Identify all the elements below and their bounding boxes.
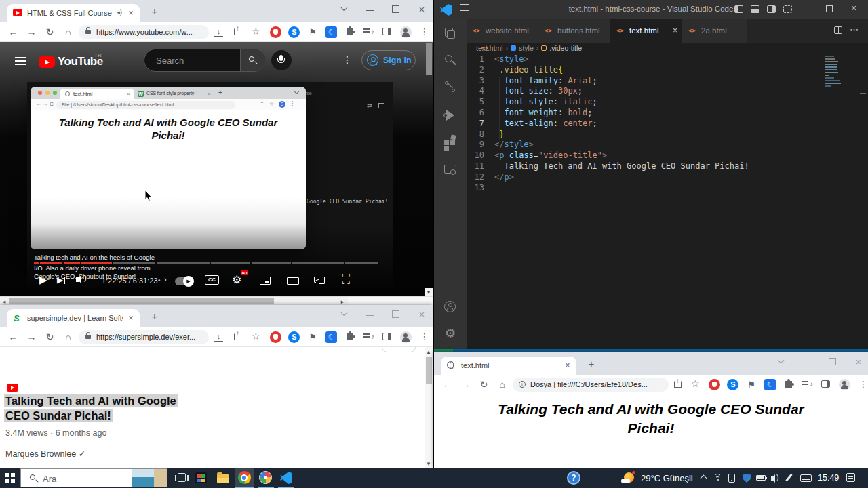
split-editor-icon[interactable] (834, 26, 842, 34)
new-tab-button[interactable] (149, 6, 160, 17)
chrome-taskbar-button[interactable] (235, 468, 254, 488)
code-line[interactable]: 12</p> (467, 172, 868, 183)
volume-icon[interactable] (771, 474, 782, 483)
new-tab-button[interactable] (149, 311, 160, 322)
mic-button[interactable] (271, 50, 292, 70)
minimap[interactable] (825, 56, 842, 94)
minimize-button[interactable] (800, 9, 808, 9)
captions-button[interactable]: CC (205, 275, 219, 285)
mac-tab-inactive[interactable]: W CSS font-style property × (135, 89, 214, 99)
progress-segment[interactable] (345, 262, 378, 264)
file-explorer-icon[interactable] (217, 474, 229, 483)
weather-text[interactable]: 29°C Güneşli (641, 473, 693, 483)
flag-extension-icon[interactable] (307, 26, 319, 38)
address-bar[interactable]: https://www.youtube.com/w... (79, 25, 209, 39)
progress-segment-played[interactable] (64, 262, 80, 264)
side-panel-icon[interactable] (382, 333, 391, 340)
maximize-button[interactable] (826, 5, 833, 12)
code-line[interactable]: 3 font-family: Arial; (467, 76, 868, 87)
reload-button[interactable] (477, 378, 490, 391)
settings-gear-icon[interactable]: ⚙ (232, 273, 241, 286)
shazam-extension-icon[interactable] (288, 331, 300, 343)
chapter-chevron-icon[interactable]: › (164, 275, 167, 283)
tab-close-icon[interactable]: × (126, 314, 136, 323)
search-box[interactable]: Search (144, 49, 266, 72)
tab-website-html[interactable]: website.html (467, 19, 538, 43)
forward-button[interactable] (459, 378, 472, 391)
home-button[interactable] (62, 26, 75, 39)
media-controls-icon[interactable] (363, 26, 374, 38)
next-button[interactable]: ▶ (57, 275, 63, 285)
back-button[interactable] (441, 378, 454, 391)
extensions-icon[interactable] (442, 134, 458, 150)
breadcrumb-style[interactable]: style (519, 44, 534, 52)
customize-layout-icon[interactable] (783, 5, 792, 13)
code-line[interactable]: 11 Talking Tech and AI with Google CEO S… (467, 161, 868, 172)
mac-star-icon[interactable]: ☆ (269, 101, 274, 107)
start-button[interactable] (5, 473, 15, 483)
home-button[interactable] (62, 331, 75, 344)
progress-segment[interactable] (252, 262, 291, 264)
extensions-puzzle-icon[interactable] (347, 28, 353, 35)
volume-icon[interactable] (76, 274, 92, 285)
toggle-panel-icon[interactable] (751, 5, 760, 13)
code-line[interactable]: 2 .video-title{ (467, 65, 868, 76)
profile-avatar-icon[interactable] (400, 331, 412, 343)
signin-button[interactable]: Sign in (361, 50, 416, 70)
share-icon[interactable] (674, 381, 682, 388)
source-control-icon[interactable] (442, 80, 458, 96)
code-editor[interactable]: 1<style>2 .video-title{3 font-family: Ar… (467, 54, 868, 349)
search-daily-image[interactable] (132, 469, 167, 487)
maximize-button[interactable] (825, 355, 841, 369)
scroll-left-button[interactable]: ◂ (1, 298, 7, 305)
editor-more-actions-icon[interactable]: ⋯ (850, 24, 859, 35)
lock-icon[interactable] (85, 30, 91, 34)
tab-close-icon[interactable]: × (563, 361, 572, 371)
code-line[interactable]: 10<p class="video-title"> (467, 150, 868, 161)
mac-profile-avatar[interactable]: S (279, 101, 285, 108)
browser-menu-icon[interactable] (418, 331, 430, 343)
adblock-extension-icon[interactable] (270, 26, 281, 38)
scroll-right-button[interactable]: ▸ (339, 298, 346, 305)
play-button[interactable]: ▶ (39, 274, 47, 286)
lock-icon[interactable] (85, 335, 91, 339)
wifi-icon[interactable] (713, 474, 723, 482)
tab-search-icon[interactable] (336, 3, 353, 16)
taskbar-search-box[interactable]: Ara (20, 468, 167, 487)
mac-share-icon[interactable]: ⌃ (260, 101, 264, 107)
mac-tab-active[interactable]: text.html × (60, 89, 134, 99)
bookmark-star-icon[interactable] (252, 331, 260, 342)
page-info-icon[interactable] (519, 381, 526, 388)
mac-tab1-close-icon[interactable]: × (127, 91, 130, 97)
hamburger-menu-icon[interactable] (15, 57, 26, 65)
code-line[interactable]: 4 font-size: 30px; (467, 86, 868, 97)
back-button[interactable] (7, 331, 20, 344)
close-button[interactable]: × (850, 355, 867, 369)
miniplayer-button[interactable] (260, 277, 271, 285)
shazam-extension-icon[interactable] (288, 26, 300, 38)
code-line[interactable]: 6 font-weight: bold; (467, 108, 868, 119)
browser-tab-supersimple[interactable]: S supersimple.dev | Learn Software × (7, 309, 140, 327)
header-menu-icon[interactable]: ⋮ (342, 54, 352, 65)
code-line[interactable]: 5 font-style: italic; (467, 97, 868, 108)
back-button[interactable] (7, 26, 20, 39)
code-line[interactable]: 13 (467, 183, 868, 194)
microsoft-store-icon[interactable] (195, 472, 207, 483)
scroll-down-button[interactable]: ▾ (425, 288, 433, 296)
download-icon[interactable] (214, 333, 223, 342)
share-icon[interactable] (234, 28, 241, 35)
close-button[interactable]: × (851, 3, 856, 14)
minimize-button[interactable] (362, 308, 378, 321)
progress-segment[interactable] (292, 262, 344, 264)
account-icon[interactable] (442, 299, 458, 315)
your-phone-icon[interactable] (728, 474, 735, 483)
settings-gear-icon[interactable] (442, 325, 458, 342)
help-app-icon[interactable]: ? (567, 471, 580, 485)
breadcrumb[interactable]: text.html›style›.video-title (467, 43, 868, 54)
tab-audio-icon[interactable]: ◂) (117, 9, 122, 16)
scroll-up-button[interactable]: ▴ (425, 348, 432, 355)
browser-tab-youtube[interactable]: HTML & CSS Full Course - Be ◂) × (7, 4, 140, 22)
minimize-button[interactable] (362, 3, 378, 16)
mac-address-bar[interactable]: File | /Users/simon/Desktop/html-css-cou… (56, 101, 235, 109)
battery-icon[interactable] (756, 475, 766, 481)
